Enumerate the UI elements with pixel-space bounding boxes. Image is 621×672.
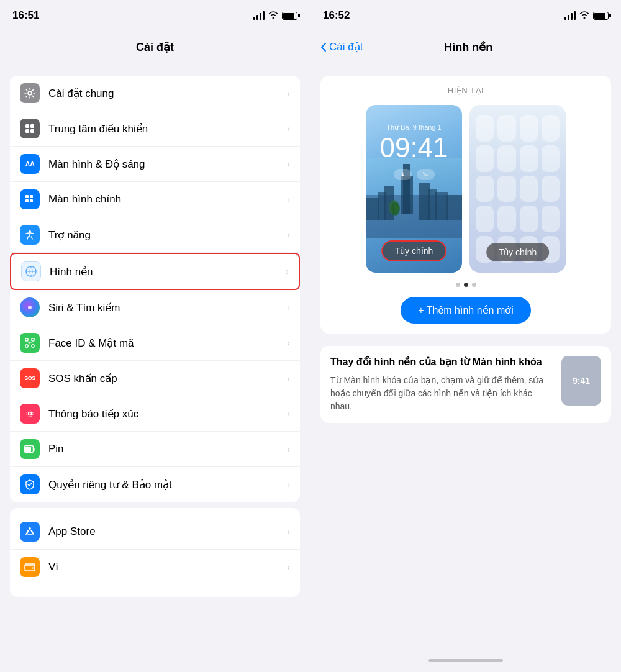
right-time: 16:52 [323, 9, 350, 22]
svg-rect-6 [30, 195, 33, 198]
left-nav-header: Cài đặt [0, 31, 310, 63]
home-icon-placeholder [497, 206, 515, 232]
info-thumb: 9:41 [561, 356, 601, 406]
chevron-icon: › [286, 266, 289, 276]
face-id-icon [20, 333, 40, 353]
settings-item-face-id[interactable]: Face ID & Mật mã › [10, 325, 300, 361]
svg-rect-1 [25, 124, 29, 128]
settings-item-thong-bao[interactable]: Thông báo tiếp xúc › [10, 396, 300, 432]
lock-time: 09:41 [379, 134, 448, 161]
svg-rect-20 [25, 564, 35, 571]
chevron-icon: › [287, 373, 290, 383]
settings-item-trung-tam[interactable]: Trung tâm điều khiển › [10, 111, 300, 147]
chevron-icon: › [287, 338, 290, 348]
right-phone: 16:52 Cà [310, 0, 621, 672]
battery-icon [282, 12, 297, 20]
chevron-icon: › [287, 230, 290, 240]
settings-item-man-hinh-do-sang[interactable]: AA Màn hình & Độ sáng › [10, 147, 300, 182]
home-icon-placeholder [542, 176, 560, 202]
settings-item-vi[interactable]: Ví › [10, 550, 300, 584]
battery-icon [593, 12, 609, 20]
info-body: Từ Màn hình khóa của bạn, chạm và giữ để… [330, 374, 553, 413]
settings-item-app-store[interactable]: App Store › [10, 514, 300, 550]
vi-label: Ví [48, 561, 283, 573]
info-text: Thay đổi hình nền của bạn từ Màn hình kh… [330, 356, 553, 413]
control-center-icon [20, 119, 40, 138]
accessibility-icon [20, 225, 40, 245]
settings-item-cai-dat-chung[interactable]: Cài đặt chung › [10, 76, 300, 111]
back-button[interactable]: Cài đặt [320, 40, 363, 53]
home-icon-placeholder [476, 115, 494, 142]
settings-item-man-hinh-chinh[interactable]: Màn hình chính › [10, 182, 300, 217]
lock-widget-2: 🌬 [417, 169, 435, 180]
chevron-icon: › [287, 159, 290, 169]
svg-point-10 [28, 306, 32, 309]
settings-item-quyen-rieng-tu[interactable]: Quyền riêng tư & Bảo mật › [10, 467, 300, 502]
settings-group-bottom: App Store › Ví › [10, 508, 300, 597]
tro-nang-label: Trợ năng [48, 229, 283, 242]
chevron-icon: › [287, 479, 290, 489]
home-icon-placeholder [542, 145, 560, 172]
svg-rect-8 [30, 199, 33, 202]
wallet-icon [20, 557, 40, 577]
lock-widget-1: 🌡 [394, 169, 412, 180]
right-nav-header: Cài đặt Hình nền [310, 31, 621, 63]
home-screen-customize-button[interactable]: Tùy chỉnh [486, 243, 550, 261]
home-icon-placeholder [542, 115, 560, 142]
add-wallpaper-button[interactable]: + Thêm hình nền mới [401, 297, 531, 324]
info-thumb-time: 9:41 [573, 376, 590, 386]
signal-icon [564, 11, 576, 20]
quyen-rieng-tu-label: Quyền riêng tư & Bảo mật [48, 478, 283, 491]
svg-point-16 [27, 411, 33, 417]
app-store-icon [20, 522, 40, 542]
lock-widgets: 🌡 🌬 [394, 169, 435, 180]
man-hinh-do-sang-label: Màn hình & Độ sáng [48, 158, 283, 171]
left-status-icons [253, 11, 297, 20]
man-hinh-chinh-label: Màn hình chính [48, 193, 283, 206]
svg-rect-4 [30, 129, 34, 133]
lock-screen-preview[interactable]: Thứ Ba, 9 tháng 1 09:41 🌡 🌬 Tùy chỉnh [366, 105, 462, 273]
home-icon-placeholder [520, 115, 538, 142]
sos-icon: SOS [20, 368, 40, 388]
home-screen-icon [20, 189, 40, 209]
app-store-label: App Store [48, 525, 283, 538]
settings-item-pin[interactable]: Pin › [10, 432, 300, 467]
home-icon-placeholder [520, 176, 538, 202]
right-status-icons [564, 11, 609, 20]
lock-screen-customize-button[interactable]: Tùy chỉnh [381, 240, 447, 261]
svg-point-15 [29, 412, 32, 415]
svg-rect-2 [30, 124, 34, 128]
right-content: HIỆN TẠI [310, 63, 621, 653]
siri-icon [20, 297, 40, 317]
left-phone: 16:51 Cài đặt [0, 0, 310, 672]
home-screen-preview[interactable]: Tùy chỉnh [469, 105, 566, 273]
wifi-icon [268, 11, 278, 20]
settings-item-tro-nang[interactable]: Trợ năng › [10, 217, 300, 253]
siri-label: Siri & Tìm kiếm [48, 301, 283, 314]
settings-group-main: Cài đặt chung › Trung tâm điều khiển › [10, 76, 300, 502]
info-section: Thay đổi hình nền của bạn từ Màn hình kh… [320, 346, 611, 423]
settings-item-siri[interactable]: Siri & Tìm kiếm › [10, 290, 300, 325]
dot-3 [472, 283, 476, 287]
display-icon: AA [20, 154, 40, 174]
svg-rect-18 [25, 447, 31, 452]
home-icon-placeholder [520, 145, 538, 172]
settings-list: Cài đặt chung › Trung tâm điều khiển › [0, 63, 310, 672]
exposure-icon [20, 404, 40, 424]
settings-item-sos[interactable]: SOS SOS khẩn cấp › [10, 361, 300, 396]
svg-rect-14 [32, 345, 34, 347]
chevron-icon: › [287, 562, 290, 572]
svg-rect-3 [25, 129, 29, 133]
chevron-icon: › [287, 302, 290, 312]
dot-1 [456, 283, 460, 287]
settings-item-hinh-nen[interactable]: Hình nền › [10, 253, 300, 290]
hinh-nen-label: Hình nền [50, 265, 282, 278]
dot-2 [464, 283, 468, 287]
gear-icon [20, 83, 40, 103]
info-title: Thay đổi hình nền của bạn từ Màn hình kh… [330, 356, 553, 369]
home-icon-placeholder [542, 206, 560, 232]
right-home-indicator [310, 653, 621, 672]
svg-point-19 [29, 527, 31, 530]
chevron-icon: › [287, 124, 290, 134]
chevron-icon: › [287, 194, 290, 204]
